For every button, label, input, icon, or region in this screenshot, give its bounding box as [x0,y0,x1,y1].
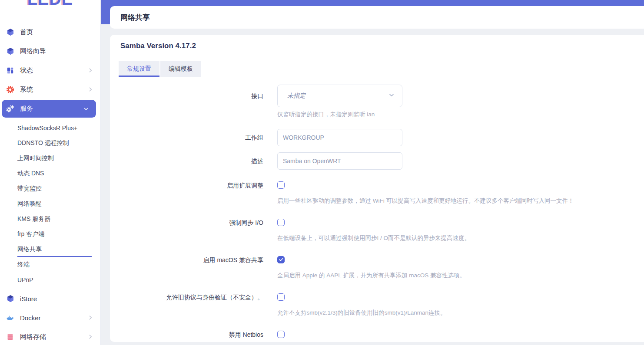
field-hint: 在低端设备上，可以通过强制使用同步I / O而不是默认的异步来提高速度。 [277,234,470,242]
page-header-card: 网络共享 [110,6,644,29]
interface-select[interactable]: 未指定 [277,85,402,107]
field-hint: 全局启用 Apple 的 AAPL 扩展，并为所有共享添加 macOS 兼容性选… [277,272,465,279]
chevron-down-icon [388,92,395,100]
sidebar-item-docker[interactable]: Docker [0,308,100,327]
cube-icon [6,28,14,36]
submenu-item-wol[interactable]: 网络唤醒 [0,196,100,211]
services-submenu: ShadowSocksR Plus+ DDNSTO 远程控制 上网时间控制 动态… [0,118,100,289]
description-input[interactable] [277,152,402,170]
main-area: 网络共享 Samba Version 4.17.2 常规设置 编辑模板 接口 未… [101,0,644,345]
chevron-right-icon [87,315,93,321]
tab-bar: 常规设置 编辑模板 [119,61,634,77]
sidebar-item-system[interactable]: 系统 [0,80,100,99]
sidebar-item-services[interactable]: 服务 [2,100,96,118]
field-label: 强制同步 I/O [120,218,263,227]
sidebar-item-label: 服务 [20,105,33,113]
sidebar-item-wizard[interactable]: 网络向导 [0,42,100,61]
cube-icon [6,47,14,56]
syncio-checkbox[interactable] [277,219,285,226]
legacy-checkbox[interactable] [277,293,285,301]
cube-icon [6,295,14,303]
gears-icon [6,105,14,113]
sidebar-item-status[interactable]: 状态 [0,61,100,80]
submenu-item-upnp[interactable]: UPnP [0,272,100,287]
interface-select-value: 未指定 [287,92,305,100]
submenu-item-time-control[interactable]: 上网时间控制 [0,151,100,166]
sidebar-item-label: 首页 [20,28,33,36]
form-row-macos: 启用 macOS 兼容共享 全局启用 Apple 的 AAPL 扩展，并为所有共… [120,256,634,279]
chevron-right-icon [87,86,93,92]
sidebar-item-label: 系统 [20,85,33,94]
chevron-right-icon [87,334,93,340]
tab-general-settings[interactable]: 常规设置 [119,61,159,77]
form-row-legacy: 允许旧协议与身份验证（不安全）。 允许不支持smb(v2.1/3)的旧设备使用旧… [120,293,634,317]
submenu-item-shadowsocksr[interactable]: ShadowSocksR Plus+ [0,120,100,135]
form-row-interface: 接口 未指定 仅监听指定的接口，未指定则监听 lan [120,85,634,118]
sidebar-item-storage[interactable]: 网络存储 [0,327,100,345]
checkmark-icon [279,256,284,264]
submenu-item-bandwidth[interactable]: 带宽监控 [0,181,100,196]
lede-logo[interactable]: LEDE [0,0,100,5]
sidebar-item-home[interactable]: 首页 [0,23,100,42]
sidebar-item-label: Docker [20,314,41,322]
field-hint: 启用一些社区驱动的调整参数，通过 WiFi 可以提高写入速度和更好地运行。不建议… [277,197,574,205]
grid-icon [6,66,14,75]
samba-settings-form: 接口 未指定 仅监听指定的接口，未指定则监听 lan 工作组 [120,85,634,339]
sidebar-item-label: 网络存储 [20,333,46,341]
tab-edit-template[interactable]: 编辑模板 [160,61,201,77]
submenu-item-frp[interactable]: frp 客户端 [0,227,100,242]
form-row-workgroup: 工作组 [120,129,634,146]
field-hint: 仅监听指定的接口，未指定则监听 lan [277,111,402,118]
sidebar-item-istore[interactable]: iStore [0,289,100,308]
lede-logo-text: LEDE [0,0,100,5]
database-icon [6,333,14,341]
field-label: 启用 macOS 兼容共享 [120,256,263,264]
workgroup-input[interactable] [277,129,402,146]
sidebar-item-label: 网络向导 [20,47,46,56]
form-row-tuning: 启用扩展调整 启用一些社区驱动的调整参数，通过 WiFi 可以提高写入速度和更好… [120,181,634,205]
sidebar-nav: 首页 网络向导 状态 系统 [0,23,100,345]
samba-version-heading: Samba Version 4.17.2 [120,42,634,50]
chevron-down-icon [83,106,89,112]
form-row-syncio: 强制同步 I/O 在低端设备上，可以通过强制使用同步I / O而不是默认的异步来… [120,218,634,242]
sidebar-item-label: iStore [20,295,37,302]
field-label: 工作组 [120,129,263,142]
page-title: 网络共享 [120,13,150,23]
content-card: Samba Version 4.17.2 常规设置 编辑模板 接口 未指定 [110,35,644,342]
field-label: 允许旧协议与身份验证（不安全）。 [120,293,263,302]
field-hint: 允许不支持smb(v2.1/3)的旧设备使用旧的smb(v1)/Lanman连接… [277,309,446,317]
submenu-item-kms[interactable]: KMS 服务器 [0,211,100,227]
field-label: 禁用 Netbios [120,330,263,339]
form-row-netbios: 禁用 Netbios [120,330,634,339]
chevron-right-icon [87,67,93,73]
netbios-checkbox[interactable] [277,331,285,338]
sidebar-item-label: 状态 [20,66,33,75]
submenu-item-terminal[interactable]: 终端 [0,257,100,272]
field-label: 描述 [120,152,263,165]
form-row-description: 描述 [120,152,634,170]
submenu-item-ddns[interactable]: 动态 DNS [0,166,100,181]
macos-checkbox[interactable] [277,256,285,263]
tuning-checkbox[interactable] [277,181,285,189]
field-label: 启用扩展调整 [120,181,263,190]
submenu-item-network-share[interactable]: 网络共享 [0,242,100,257]
whale-icon [6,314,14,322]
gear-icon [6,85,14,94]
sidebar: LEDE 首页 网络向导 状态 [0,0,101,345]
field-label: 接口 [120,85,263,100]
submenu-item-ddnsto[interactable]: DDNSTO 远程控制 [0,135,100,151]
